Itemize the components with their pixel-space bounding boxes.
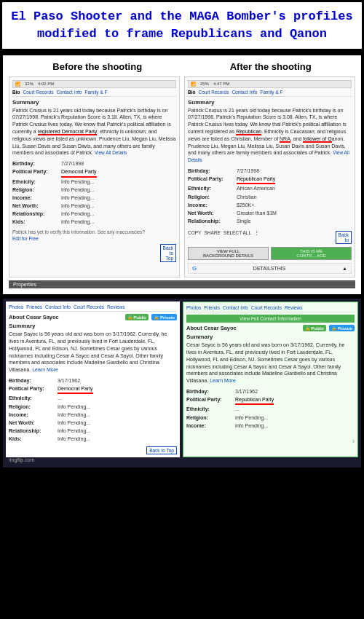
tab-contact-cesar-after[interactable]: Contact Info xyxy=(223,305,248,310)
cesar-before-col: Photos Friends Contact Info Court Record… xyxy=(6,301,180,457)
select-all-btn[interactable]: SELECT ALL xyxy=(223,230,251,236)
main-content: Before the shooting After the shooting 📶… xyxy=(3,55,361,295)
cesar-party-after: Political Party: Republican Party xyxy=(186,395,355,405)
field-networth-after: Net Worth: Greater than $1M xyxy=(188,209,352,217)
before-edit-link[interactable]: Edit for Free xyxy=(12,236,176,241)
cesar-learn-more-before[interactable]: Learn More xyxy=(32,367,58,372)
cesar-after-summary-title: Summary xyxy=(186,334,355,340)
field-religion-before: Religion: Info Pending... xyxy=(12,186,176,194)
copy-btn[interactable]: COPY xyxy=(188,230,201,236)
chevron-up-icon[interactable]: ▲ xyxy=(342,266,347,271)
share-btn[interactable]: SHARE xyxy=(204,230,220,236)
cesar-party-before: Political Party: Democrat Party xyxy=(9,385,177,394)
header-title: El Paso Shooter and the MAGA Bomber's pr… xyxy=(9,8,355,43)
tab-friends-cesar-before[interactable]: Friends xyxy=(26,304,42,310)
after-summary-title: Summary xyxy=(188,99,352,106)
google-icon: G xyxy=(192,265,197,272)
field-party-after: Political Party: Republican Party xyxy=(188,175,352,184)
field-relationship-after: Relationship: Single xyxy=(188,217,352,225)
after-highlight-qanon: follower of Q xyxy=(303,136,331,143)
cesar-before-summary-text: Cesar Sayoc is 56 years old and was born… xyxy=(9,331,177,374)
field-networth-before: Net Worth: Info Pending... xyxy=(12,202,176,210)
cesar-networth-before: Net Worth: Info Pending... xyxy=(9,419,177,427)
cesar-before-header-row: About Cesar Sayoc 🔓 Public 🔒 Private xyxy=(9,314,177,323)
tab-bio-before[interactable]: Bio xyxy=(12,90,20,95)
cesar-back-to-top[interactable]: Back to Top xyxy=(146,446,177,454)
before-back-to-top[interactable]: BacktoTop xyxy=(160,244,176,262)
tab-contact-after[interactable]: Contact Info xyxy=(232,90,257,95)
properties-label: Properties xyxy=(13,282,36,287)
after-battery: 25% xyxy=(200,82,209,86)
detailsthis-label: DETAILSTHIS xyxy=(253,266,286,271)
tab-bio-after[interactable]: Bio xyxy=(188,90,195,95)
before-timestamp: 4:02 PM xyxy=(38,82,54,86)
tab-reviews-cesar-after[interactable]: Reviews xyxy=(285,305,303,310)
more-icon[interactable]: ⋮ xyxy=(254,230,259,236)
after-back-label[interactable]: Backto xyxy=(336,231,352,244)
field-religion-after: Religion: Christian xyxy=(188,193,352,201)
before-summary-text: Patrick Crusius is 21 years old today be… xyxy=(12,107,176,157)
tab-family-after[interactable]: Family & F xyxy=(260,90,282,95)
public-badge-after: 🔓 Public xyxy=(303,325,327,331)
before-summary-title: Summary xyxy=(12,99,176,106)
view-full-bg-btn[interactable]: VIEW FULLBACKGROUND DETAILS xyxy=(188,247,269,260)
after-status-bar: 📶 25% 4:47 PM xyxy=(188,80,352,88)
private-badge-before: 🔒 Private xyxy=(151,314,177,320)
after-summary-p3: , and xyxy=(290,136,304,141)
before-battery: 32% xyxy=(25,82,33,86)
cesar-ethnicity-before: Ethnicity: ... xyxy=(9,394,177,402)
cesar-before-fields: Birthday: 3/17/1962 Political Party: Dem… xyxy=(9,376,177,443)
after-highlight-nra: NRA xyxy=(280,136,290,143)
tab-photos-cesar-after[interactable]: Photos xyxy=(186,305,201,310)
tab-photos-cesar-before[interactable]: Photos xyxy=(9,304,23,310)
tab-reviews-cesar-before[interactable]: Reviews xyxy=(107,304,125,310)
field-birthday-after: Birthday: 7/27/1998 xyxy=(188,167,352,175)
cesar-birthday-after: Birthday: 3/17/1962 xyxy=(186,387,355,395)
cesar-learn-more-after[interactable]: Learn More xyxy=(210,378,236,383)
bottom-section: Photos Friends Contact Info Court Record… xyxy=(3,299,361,467)
field-ethnicity-before: Ethnicity: Info Pending... xyxy=(12,178,176,186)
field-kids-before: Kids: Info Pending... xyxy=(12,218,176,226)
after-profile-tabs: Bio Court Records Contact Info Family & … xyxy=(188,90,352,97)
field-income-before: Income: Info Pending... xyxy=(12,194,176,202)
tab-court-after[interactable]: Court Records xyxy=(198,90,229,95)
before-highlight-dem: registered Democrat Party xyxy=(38,129,98,135)
cesar-income-before: Income: Info Pending... xyxy=(9,411,177,419)
tab-friends-cesar-after[interactable]: Friends xyxy=(204,305,220,310)
cesar-after-tabs: Photos Friends Contact Info Court Record… xyxy=(186,305,355,312)
before-column: 📶 32% 4:02 PM Bio Court Records Contact … xyxy=(9,76,180,278)
cesar-income-after: Income: Info Pending... xyxy=(186,422,355,430)
cesar-after-about-title: About Cesar Sayoc 🔓 Public 🔒 Private xyxy=(186,325,355,331)
properties-bar: Properties xyxy=(9,280,355,288)
cesar-after-badges: 🔓 Public 🔒 Private xyxy=(303,325,355,331)
after-field-list: Birthday: 7/27/1998 Political Party: Rep… xyxy=(188,167,352,225)
after-summary-text: Patrick Crusius is 21 years old today be… xyxy=(188,107,352,164)
detailsthis-bar: G DETAILSTHIS ▲ xyxy=(188,263,352,274)
cesar-religion-before: Religion: Info Pending... xyxy=(9,403,177,411)
cesar-after-col: Photos Friends Contact Info Court Record… xyxy=(183,301,358,457)
tab-contact-cesar-before[interactable]: Contact Info xyxy=(45,304,71,310)
cesar-after-fields: Birthday: 3/17/1962 Political Party: Rep… xyxy=(186,387,355,430)
tab-contact-before[interactable]: Contact Info xyxy=(56,90,82,95)
header-banner: El Paso Shooter and the MAGA Bomber's pr… xyxy=(0,0,364,51)
tab-court-cesar-after[interactable]: Court Records xyxy=(251,305,282,310)
tab-court-cesar-before[interactable]: Court Records xyxy=(74,304,104,310)
cesar-comparison: Photos Friends Contact Info Court Record… xyxy=(6,301,358,457)
tab-family-before[interactable]: Family & F xyxy=(84,90,107,95)
chevron-right-icon[interactable]: › xyxy=(352,437,355,445)
after-icons: 📶 xyxy=(191,82,196,87)
after-action-buttons: VIEW FULLBACKGROUND DETAILS THIS IS MECO… xyxy=(188,247,352,260)
comparison-row: 📶 32% 4:02 PM Bio Court Records Contact … xyxy=(9,76,355,278)
this-is-me-btn[interactable]: THIS IS MECONTR... AGE xyxy=(271,247,352,260)
before-icons: 📶 xyxy=(15,82,20,87)
before-view-all[interactable]: View All Details xyxy=(95,150,127,155)
view-full-contact-btn[interactable]: View Full Contact Information xyxy=(186,315,355,323)
cesar-kids-before: Kids: Info Pending... xyxy=(9,435,177,443)
cesar-birthday-before: Birthday: 3/17/1962 xyxy=(9,376,177,385)
tab-court-before[interactable]: Court Records xyxy=(23,90,53,95)
cesar-after-header-row: About Cesar Sayoc 🔓 Public 🔒 Private xyxy=(186,325,355,334)
section-headers: Before the shooting After the shooting xyxy=(9,61,355,72)
before-label: Before the shooting xyxy=(52,61,142,72)
cesar-religion-after: Religion: Info Pending... xyxy=(186,414,355,422)
before-profile-tabs: Bio Court Records Contact Info Family & … xyxy=(12,90,176,97)
